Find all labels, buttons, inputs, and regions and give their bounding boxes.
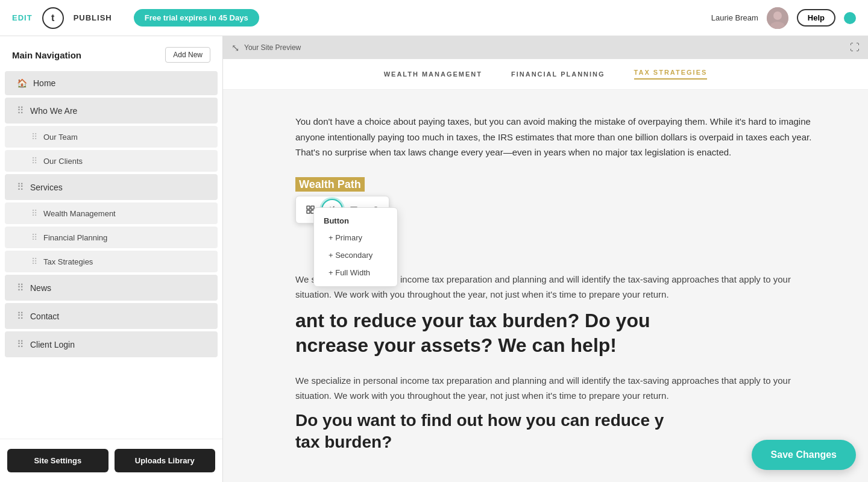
logo: t [42,7,64,29]
site-nav-tax-strategies[interactable]: TAX STRATEGIES [634,69,708,80]
add-new-button[interactable]: Add New [165,47,210,63]
save-changes-button[interactable]: Save Changes [752,440,856,470]
site-nav-wealth-management[interactable]: WEALTH MANAGEMENT [384,70,482,78]
main-layout: Main Navigation Add New 🏠 Home ⠿ Who We … [0,36,868,482]
drag-handle-icon: ⠿ [31,208,37,218]
sidebar: Main Navigation Add New 🏠 Home ⠿ Who We … [0,36,223,482]
preview-bar-left: ⤡ Your Site Preview [231,42,301,54]
nav-sub-item-our-clients[interactable]: ⠿ Our Clients [5,150,218,172]
nav-sub-item-wealth-management[interactable]: ⠿ Wealth Management [5,202,218,224]
dropdown-item-full-width[interactable]: + Full Width [314,264,397,281]
nav-item-news[interactable]: ⠿ News [5,275,218,301]
uploads-library-button[interactable]: Uploads Library [115,449,216,472]
drag-handle-icon: ⠿ [31,233,37,242]
dropdown-item-primary[interactable]: + Primary [314,229,397,246]
drag-handle-icon: ⠿ [17,282,24,293]
user-name: Laurie Bream [711,13,758,22]
sidebar-header: Main Navigation Add New [0,36,222,70]
preview-bar: ⤡ Your Site Preview ⛶ [223,36,868,59]
drag-handle-icon: ⠿ [31,156,37,166]
highlighted-link[interactable]: Wealth Path [295,177,365,192]
toolbar-wrapper: ▾ [295,196,820,224]
avatar [767,7,788,29]
svg-rect-3 [307,206,310,209]
nav-item-services[interactable]: ⠿ Services [5,174,218,200]
site-body: You don't have a choice about paying tax… [223,90,868,482]
site-settings-button[interactable]: Site Settings [7,449,108,472]
nav-sub-item-financial-planning-label: Financial Planning [43,233,107,242]
nav-sub-item-our-team-label: Our Team [43,133,78,142]
preview-content: WEALTH MANAGEMENT FINANCIAL PLANNING TAX… [223,59,868,482]
body-text-4: We specialize in personal income tax pre… [295,373,820,404]
nav-item-home-label: Home [33,78,55,88]
site-nav-bar: WEALTH MANAGEMENT FINANCIAL PLANNING TAX… [223,59,868,90]
bottom-heading: Do you want to find out how you can redu… [295,410,820,454]
nav-item-contact-label: Contact [30,311,59,321]
intro-paragraph: You don't have a choice about paying tax… [295,114,820,160]
drag-handle-icon: ⠿ [31,132,37,142]
toolbar-container: Wealth Path [295,178,820,224]
nav-item-who-we-are[interactable]: ⠿ Who We Are [5,98,218,124]
publish-label[interactable]: PUBLISH [74,13,112,22]
resize-icon[interactable]: ⛶ [850,42,860,53]
sidebar-title: Main Navigation [12,50,81,60]
nav-sub-item-our-clients-label: Our Clients [43,157,83,166]
nav-sub-item-wealth-management-label: Wealth Management [43,209,116,218]
top-bar-right: Laurie Bream Help [711,7,856,29]
drag-handle-icon: ⠿ [17,181,24,193]
nav-item-news-label: News [30,283,51,293]
help-button[interactable]: Help [797,9,835,27]
trial-badge: Free trial expires in 45 Days [134,9,259,27]
top-bar-left: EDIT t PUBLISH Free trial expires in 45 … [12,7,259,29]
preview-area: ⤡ Your Site Preview ⛶ WEALTH MANAGEMENT … [223,36,868,482]
home-icon: 🏠 [17,78,27,88]
nav-sub-item-our-team[interactable]: ⠿ Our Team [5,126,218,148]
nav-sub-item-tax-strategies-label: Tax Strategies [43,257,93,266]
edit-label[interactable]: EDIT [12,13,33,22]
drag-handle-icon: ⠿ [17,310,24,322]
nav-item-client-login-label: Client Login [30,340,75,349]
drag-handle-icon: ⠿ [31,257,37,266]
top-bar: EDIT t PUBLISH Free trial expires in 45 … [0,0,868,36]
main-heading: ant to reduce your tax burden? Do you nc… [295,308,820,358]
svg-point-1 [773,11,782,20]
preview-label: Your Site Preview [244,43,301,52]
sidebar-bottom: Site Settings Uploads Library [0,439,222,482]
nav-sub-item-financial-planning[interactable]: ⠿ Financial Planning [5,227,218,248]
notification-dot[interactable] [844,12,856,24]
dropdown-item-secondary[interactable]: + Secondary [314,246,397,264]
nav-sub-item-tax-strategies[interactable]: ⠿ Tax Strategies [5,251,218,272]
dropdown-menu: Button + Primary + Secondary + Full Widt… [313,207,398,287]
drag-handle-icon: ⠿ [17,339,24,350]
nav-item-contact[interactable]: ⠿ Contact [5,303,218,329]
nav-item-client-login[interactable]: ⠿ Client Login [5,331,218,357]
nav-item-services-label: Services [30,183,63,192]
dropdown-section-label: Button [314,213,397,229]
site-nav-financial-planning[interactable]: FINANCIAL PLANNING [511,70,605,78]
nav-item-home[interactable]: 🏠 Home [5,71,218,95]
svg-rect-5 [307,210,310,213]
arrows-icon: ⤡ [231,42,239,54]
drag-handle-icon: ⠿ [17,105,24,116]
nav-item-who-we-are-label: Who We Are [30,106,77,116]
